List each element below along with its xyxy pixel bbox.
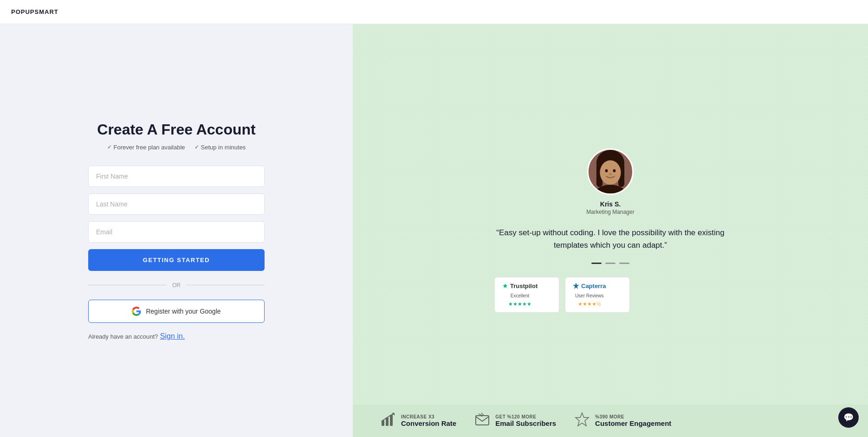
stat-engagement-top: %390 MORE xyxy=(595,414,671,419)
stat-engagement-bottom: Customer Engagement xyxy=(595,419,671,427)
avatar xyxy=(587,148,634,195)
avatar-image xyxy=(589,148,632,195)
stat-conversion: INCREASE X3 Conversion Rate xyxy=(381,412,456,430)
dot-1[interactable] xyxy=(591,263,602,264)
divider-line-right xyxy=(186,285,265,285)
chat-icon: 💬 xyxy=(843,412,854,423)
divider: OR xyxy=(88,282,265,289)
getting-started-button[interactable]: GETTING STARTED xyxy=(88,249,265,271)
svg-point-5 xyxy=(605,169,608,173)
divider-line-left xyxy=(88,285,167,285)
stat-conversion-bottom: Conversion Rate xyxy=(401,419,456,427)
trustpilot-content: ★ Trustpilot Excellent ★★★★★ xyxy=(502,282,538,308)
google-icon xyxy=(132,307,141,316)
left-panel: Create A Free Account ✓ Forever free pla… xyxy=(0,24,353,437)
stat-conversion-text: INCREASE X3 Conversion Rate xyxy=(401,414,456,427)
main-layout: Create A Free Account ✓ Forever free pla… xyxy=(0,0,868,437)
trustpilot-label: Trustpilot xyxy=(510,283,538,289)
form-subtitle: ✓ Forever free plan available ✓ Setup in… xyxy=(88,144,265,151)
svg-point-6 xyxy=(613,169,616,173)
subtitle-setup: ✓ Setup in minutes xyxy=(194,144,246,151)
svg-point-7 xyxy=(609,174,612,175)
form-title: Create A Free Account xyxy=(88,121,265,138)
conversion-icon xyxy=(381,412,395,430)
chat-bubble[interactable]: 💬 xyxy=(838,407,859,428)
capterra-badge: Capterra User Reviews ★★★★½ xyxy=(565,277,630,313)
testimonial-quote: “Easy set-up without coding. I love the … xyxy=(494,226,726,251)
logo: POPUPSMART xyxy=(11,8,58,15)
svg-rect-11 xyxy=(386,418,389,426)
email-input[interactable] xyxy=(88,221,265,243)
signin-prompt: Already have an account? Sign in. xyxy=(88,332,265,341)
svg-rect-12 xyxy=(390,415,393,426)
dot-3[interactable] xyxy=(619,263,629,264)
capterra-label: Capterra xyxy=(581,283,606,289)
capterra-content: Capterra User Reviews ★★★★½ xyxy=(573,283,606,308)
google-button-label: Register with your Google xyxy=(146,308,220,315)
svg-rect-14 xyxy=(476,416,489,425)
divider-text: OR xyxy=(172,282,181,289)
email-icon xyxy=(475,412,490,430)
first-name-input[interactable] xyxy=(88,166,265,187)
testimonial-section: Kris S. Marketing Manager “Easy set-up w… xyxy=(494,148,726,313)
user-title: Marketing Manager xyxy=(494,209,726,215)
capterra-sub: User Reviews xyxy=(573,291,606,299)
last-name-input[interactable] xyxy=(88,193,265,215)
stat-conversion-top: INCREASE X3 xyxy=(401,414,456,419)
stat-email: GET %120 MORE Email Subscribers xyxy=(475,412,556,430)
capterra-header: Capterra xyxy=(573,283,606,289)
stat-engagement: %390 MORE Customer Engagement xyxy=(575,412,671,430)
trustpilot-stars: ★★★★★ xyxy=(502,299,538,308)
svg-marker-16 xyxy=(576,413,589,426)
capterra-icon xyxy=(573,283,579,289)
google-signin-button[interactable]: Register with your Google xyxy=(88,300,265,323)
review-badges: ★ Trustpilot Excellent ★★★★★ xyxy=(494,277,726,313)
slider-dots xyxy=(494,263,726,264)
stat-engagement-text: %390 MORE Customer Engagement xyxy=(595,414,671,427)
dot-2[interactable] xyxy=(605,263,615,264)
user-name: Kris S. xyxy=(494,200,726,208)
check-icon-2: ✓ xyxy=(194,144,199,150)
trustpilot-badge: ★ Trustpilot Excellent ★★★★★ xyxy=(494,277,559,313)
form-container: Create A Free Account ✓ Forever free pla… xyxy=(88,121,265,341)
svg-point-4 xyxy=(600,160,621,185)
right-panel: Kris S. Marketing Manager “Easy set-up w… xyxy=(353,24,868,437)
signin-text: Already have an account? xyxy=(88,333,158,340)
check-icon-1: ✓ xyxy=(107,144,112,150)
subtitle-free: ✓ Forever free plan available xyxy=(107,144,185,151)
stat-email-bottom: Email Subscribers xyxy=(495,419,556,427)
svg-marker-9 xyxy=(573,283,579,289)
trustpilot-sub: Excellent xyxy=(502,291,538,299)
signin-link[interactable]: Sign in. xyxy=(160,332,185,340)
stat-email-text: GET %120 MORE Email Subscribers xyxy=(495,414,556,427)
trustpilot-star-icon: ★ xyxy=(502,282,508,289)
engagement-icon xyxy=(575,412,589,430)
capterra-stars: ★★★★½ xyxy=(573,299,606,308)
header: POPUPSMART xyxy=(0,0,868,24)
stats-bar: INCREASE X3 Conversion Rate GET %120 MOR… xyxy=(353,405,868,437)
stat-email-top: GET %120 MORE xyxy=(495,414,556,419)
trustpilot-header: ★ Trustpilot xyxy=(502,282,538,289)
